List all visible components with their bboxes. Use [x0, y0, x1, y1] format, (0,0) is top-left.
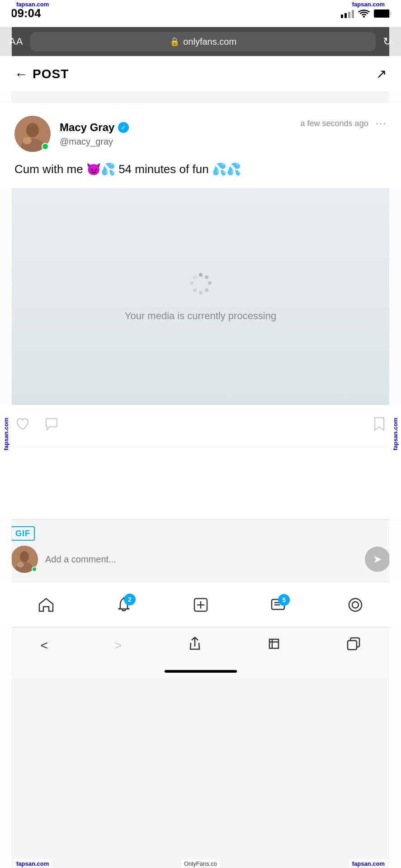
svg-point-2 [26, 123, 39, 137]
browser-nav: < > [0, 627, 401, 663]
post-meta: a few seconds ago ··· [301, 116, 387, 129]
browser-url-bar[interactable]: 🔒 onlyfans.com [30, 32, 376, 51]
svg-point-10 [193, 288, 197, 292]
content-spacer [0, 447, 401, 519]
svg-point-9 [199, 291, 203, 295]
post-caption: Cum with me 😈💦 54 minutes of fun 💦💦 [0, 161, 401, 188]
action-left [14, 416, 60, 436]
messages-badge: 5 [278, 594, 290, 606]
svg-point-6 [205, 275, 208, 279]
user-handle[interactable]: @macy_gray [60, 137, 113, 146]
avatar-container[interactable] [14, 116, 51, 152]
nav-add[interactable] [185, 592, 216, 618]
main-content: Macy Gray ✓ @macy_gray a few seconds ago… [0, 103, 401, 519]
svg-point-11 [190, 281, 193, 285]
svg-point-12 [193, 275, 197, 279]
send-button[interactable]: ➤ [365, 547, 390, 572]
online-status-dot [42, 143, 49, 150]
browser-tabs-button[interactable] [340, 633, 368, 657]
watermark-bottom-right: fapsan.com [349, 859, 387, 868]
add-icon [193, 597, 209, 613]
action-right [372, 416, 387, 436]
bottom-nav: 2 5 [0, 582, 401, 627]
battery-icon [374, 9, 390, 18]
nav-home[interactable] [30, 592, 62, 618]
post-timestamp: a few seconds ago [301, 119, 368, 128]
browser-back-button[interactable]: < [33, 635, 55, 656]
action-bar [0, 405, 401, 447]
user-name-row: Macy Gray ✓ [60, 121, 292, 134]
back-arrow-icon: ← [14, 66, 28, 82]
comment-section: GIF ➤ [0, 519, 401, 582]
svg-point-14 [20, 551, 29, 562]
app-header: ← POST ↗ [0, 56, 401, 92]
watermark-top-right: fapsan.com [349, 0, 387, 9]
back-button[interactable]: ← POST [14, 66, 69, 82]
gif-label: GIF [11, 526, 35, 541]
loading-spinner [187, 270, 214, 297]
commenter-online-dot [32, 566, 37, 572]
home-bar [165, 670, 237, 673]
svg-point-24 [349, 599, 362, 611]
comment-input[interactable] [45, 550, 358, 569]
commenter-avatar [11, 546, 38, 573]
status-icons [341, 9, 390, 18]
wifi-icon [358, 9, 370, 18]
page-title: POST [33, 67, 69, 81]
watermark-right: fapsan.com [389, 0, 401, 868]
gif-button[interactable]: GIF [11, 529, 35, 538]
nav-messages[interactable]: 5 [263, 592, 293, 618]
browser-url-text: onlyfans.com [183, 37, 236, 47]
comment-button[interactable] [43, 416, 60, 436]
profile-icon [347, 597, 363, 613]
svg-point-8 [205, 288, 208, 292]
nav-profile[interactable] [340, 592, 371, 618]
notifications-badge: 2 [124, 594, 136, 605]
media-area: Your media is currently processing [0, 188, 401, 405]
browser-bar[interactable]: AA 🔒 onlyfans.com ↻ [0, 27, 401, 56]
browser-forward-button[interactable]: > [107, 635, 129, 656]
like-button[interactable] [14, 416, 31, 436]
media-processing-text: Your media is currently processing [125, 308, 276, 323]
verified-icon: ✓ [118, 122, 129, 133]
home-indicator: fapsan.com OnlyFans.co fapsan.com [0, 663, 401, 679]
browser-bookmarks-button[interactable] [260, 634, 288, 657]
svg-point-4 [23, 137, 32, 144]
svg-point-16 [17, 562, 24, 567]
status-bar: fapsan.com fapsan.com 09:04 [0, 0, 401, 27]
watermark-left: fapsan.com [0, 0, 12, 868]
svg-rect-27 [348, 641, 357, 650]
lock-icon: 🔒 [170, 37, 179, 47]
svg-point-7 [208, 281, 212, 285]
signal-bars-icon [341, 9, 354, 18]
watermark-bottom-center: OnlyFans.co [181, 859, 220, 868]
home-icon [38, 597, 55, 613]
user-name[interactable]: Macy Gray [60, 121, 114, 134]
svg-point-0 [363, 16, 365, 18]
send-icon: ➤ [373, 553, 382, 566]
post-header: Macy Gray ✓ @macy_gray a few seconds ago… [0, 103, 401, 161]
comment-input-row: ➤ [11, 546, 390, 573]
more-options-button[interactable]: ··· [376, 118, 387, 129]
svg-point-25 [352, 602, 359, 608]
browser-share-button[interactable] [181, 633, 208, 658]
watermark-top-left: fapsan.com [14, 0, 52, 9]
post-user-info: Macy Gray ✓ @macy_gray [60, 121, 292, 147]
nav-notifications[interactable]: 2 [109, 592, 139, 618]
svg-point-5 [199, 273, 203, 277]
bookmark-button[interactable] [372, 419, 387, 435]
stats-icon[interactable]: ↗ [376, 66, 387, 81]
watermark-bottom-left: fapsan.com [14, 859, 52, 868]
